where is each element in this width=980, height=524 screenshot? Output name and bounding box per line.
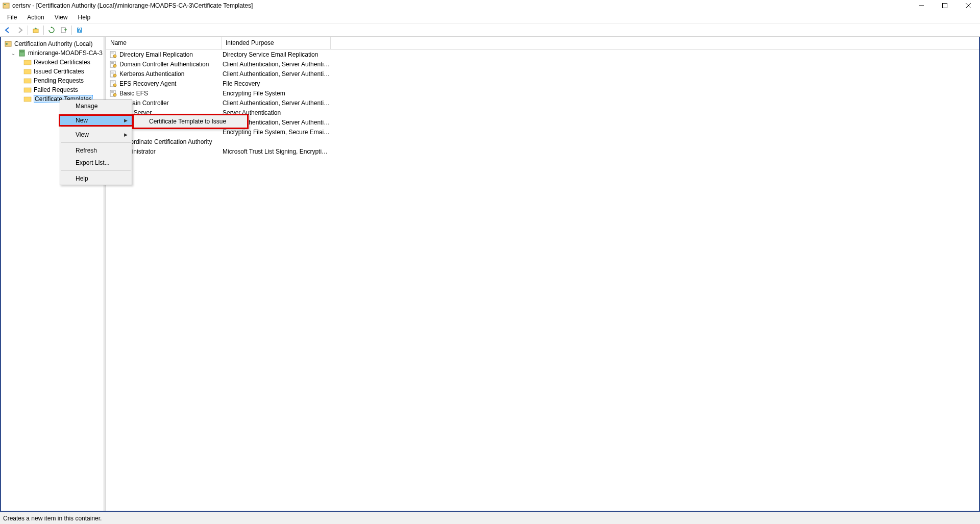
row-purpose: Directory Service Email Replication xyxy=(222,51,331,58)
svg-rect-3 xyxy=(943,4,947,8)
table-row[interactable]: Subordinate Certification Authority xyxy=(106,137,979,146)
list-pane: Name Intended Purpose Directory Email Re… xyxy=(106,37,979,511)
svg-rect-25 xyxy=(111,62,114,63)
window-controls xyxy=(910,0,980,11)
col-purpose[interactable]: Intended Purpose xyxy=(222,37,331,49)
cm-manage[interactable]: Manage xyxy=(60,100,132,112)
workspace: Certification Authority (Local) ⌄ minior… xyxy=(0,37,980,512)
up-button[interactable] xyxy=(30,24,41,36)
cert-template-icon xyxy=(109,51,117,59)
svg-rect-7 xyxy=(61,28,65,33)
tree-failed-label: Failed Requests xyxy=(34,86,78,93)
tree-root[interactable]: Certification Authority (Local) xyxy=(2,39,103,48)
row-purpose: Encrypting File System, Secure Email, Cl… xyxy=(222,129,331,136)
menu-action[interactable]: Action xyxy=(22,13,49,22)
folder-icon xyxy=(23,77,32,85)
folder-icon xyxy=(23,58,32,66)
table-row[interactable]: Directory Email ReplicationDirectory Ser… xyxy=(106,49,979,59)
svg-rect-15 xyxy=(24,69,31,74)
tree-ca-label: miniorange-MOADFS-CA-3 xyxy=(28,49,103,57)
export-button[interactable] xyxy=(58,24,69,36)
forward-button[interactable] xyxy=(14,24,26,36)
row-purpose: Microsoft Trust List Signing, Encrypting… xyxy=(222,148,331,155)
cm-help[interactable]: Help xyxy=(60,172,132,185)
svg-point-32 xyxy=(113,84,116,87)
tree-failed[interactable]: Failed Requests xyxy=(2,85,103,94)
cm-view[interactable]: View▶ xyxy=(60,129,132,141)
svg-rect-17 xyxy=(24,88,31,92)
help-button[interactable]: ? xyxy=(74,24,85,36)
folder-icon xyxy=(23,95,32,103)
cm-export[interactable]: Export List... xyxy=(60,157,132,169)
table-row[interactable]: Domain ControllerClient Authentication, … xyxy=(106,98,979,108)
app-icon xyxy=(2,2,10,10)
row-name: Subordinate Certification Authority xyxy=(119,138,212,145)
row-name: Directory Email Replication xyxy=(119,51,193,58)
svg-rect-0 xyxy=(3,3,9,8)
svg-rect-29 xyxy=(111,72,114,72)
row-purpose: Client Authentication, Server Authentica… xyxy=(222,99,331,107)
cm-new[interactable]: New▶ xyxy=(59,114,133,127)
context-menu: Manage New▶ View▶ Refresh Export List...… xyxy=(60,99,132,185)
table-row[interactable]: Basic EFSEncrypting File System xyxy=(106,88,979,98)
refresh-button[interactable] xyxy=(46,24,57,36)
folder-icon xyxy=(23,86,32,94)
cm-manage-label: Manage xyxy=(76,103,97,110)
svg-rect-6 xyxy=(33,29,38,33)
menu-view[interactable]: View xyxy=(50,13,73,22)
svg-rect-22 xyxy=(111,54,114,54)
maximize-button[interactable] xyxy=(933,0,957,11)
cm-new-label: New xyxy=(76,117,88,124)
row-name: Domain Controller Authentication xyxy=(119,61,209,68)
menu-file[interactable]: File xyxy=(2,13,22,22)
svg-rect-34 xyxy=(111,83,114,83)
tree-issued-label: Issued Certificates xyxy=(34,68,84,75)
row-purpose: Client Authentication, Server Authentica… xyxy=(222,70,331,78)
menu-help[interactable]: Help xyxy=(73,13,96,22)
svg-rect-38 xyxy=(111,92,114,93)
folder-icon xyxy=(23,67,32,76)
tree-revoked[interactable]: Revoked Certificates xyxy=(2,58,103,67)
table-row[interactable]: EFS Recovery AgentFile Recovery xyxy=(106,79,979,88)
cert-template-icon xyxy=(109,60,117,68)
sm-issue-label: Certificate Template to Issue xyxy=(149,118,226,125)
col-name[interactable]: Name xyxy=(106,37,222,49)
table-row[interactable]: AdministratorMicrosoft Trust List Signin… xyxy=(106,146,979,156)
row-name: EFS Recovery Agent xyxy=(119,80,176,87)
cm-refresh[interactable]: Refresh xyxy=(60,144,132,157)
chevron-right-icon: ▶ xyxy=(124,132,128,137)
tree-ca[interactable]: ⌄ miniorange-MOADFS-CA-3 xyxy=(2,48,103,58)
cm-help-label: Help xyxy=(76,175,88,182)
tree-pending-label: Pending Requests xyxy=(34,77,84,84)
row-name: Kerberos Authentication xyxy=(119,70,184,78)
tree-revoked-label: Revoked Certificates xyxy=(34,59,90,66)
list-rows: Directory Email ReplicationDirectory Ser… xyxy=(106,49,979,156)
statusbar: Creates a new item in this container. xyxy=(0,512,980,524)
table-row[interactable]: Domain Controller AuthenticationClient A… xyxy=(106,59,979,69)
tree-root-label: Certification Authority (Local) xyxy=(14,40,92,47)
cm-export-label: Export List... xyxy=(76,159,110,166)
row-purpose: Client Authentication, Server Authentica… xyxy=(222,61,331,68)
tree-pending[interactable]: Pending Requests xyxy=(2,76,103,85)
row-purpose: File Recovery xyxy=(222,80,331,87)
ca-icon xyxy=(18,49,26,57)
sm-cert-template-issue[interactable]: Certificate Template to Issue xyxy=(134,115,247,128)
tree-issued[interactable]: Issued Certificates xyxy=(2,67,103,76)
svg-rect-33 xyxy=(111,82,114,82)
cm-view-label: View xyxy=(76,131,89,138)
minimize-button[interactable] xyxy=(910,0,933,11)
table-row[interactable]: Kerberos AuthenticationClient Authentica… xyxy=(106,69,979,79)
toolbar: ? xyxy=(0,23,980,37)
svg-rect-1 xyxy=(4,4,6,5)
svg-rect-37 xyxy=(111,91,114,92)
svg-rect-14 xyxy=(24,60,31,65)
svg-point-36 xyxy=(113,93,116,96)
back-button[interactable] xyxy=(2,24,13,36)
close-button[interactable] xyxy=(957,0,980,11)
submenu-new: Certificate Template to Issue xyxy=(132,114,249,129)
cert-template-icon xyxy=(109,89,117,97)
cert-template-icon xyxy=(109,70,117,78)
expand-icon[interactable]: ⌄ xyxy=(11,51,16,56)
titlebar: certsrv - [Certification Authority (Loca… xyxy=(0,0,980,11)
chevron-right-icon: ▶ xyxy=(124,118,128,123)
